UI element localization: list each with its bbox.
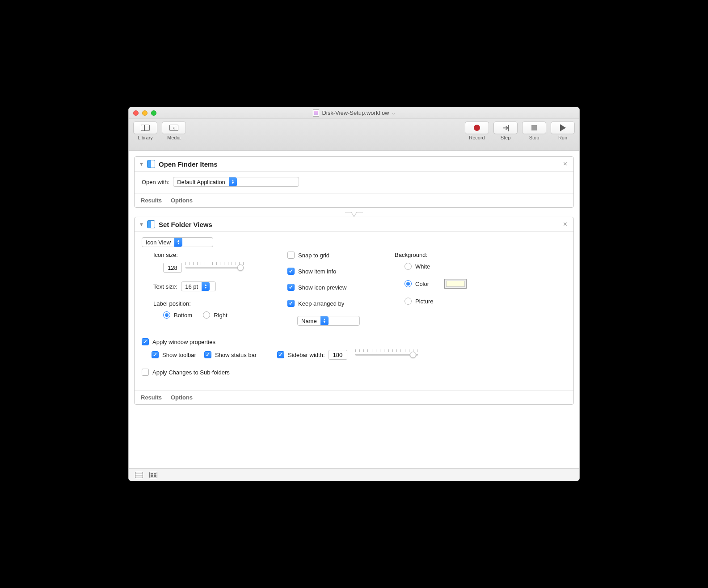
bg-white-label[interactable]: White (415, 263, 430, 270)
variables-view-button[interactable] (149, 472, 157, 478)
icon-size-slider[interactable] (185, 263, 244, 272)
apply-window-props-checkbox[interactable] (142, 338, 149, 345)
label-pos-bottom[interactable]: Bottom (174, 312, 192, 319)
sidebar-width-input[interactable] (329, 350, 347, 360)
library-label: Library (138, 135, 153, 140)
minimize-window-button[interactable] (142, 110, 148, 116)
media-button[interactable]: ♫ (162, 122, 186, 134)
status-bar (129, 468, 579, 481)
show-toolbar-label[interactable]: Show toolbar (162, 352, 196, 358)
text-size-label: Text size: (153, 283, 177, 290)
window-controls (133, 110, 156, 116)
media-label: Media (167, 135, 181, 140)
arrange-by-popup[interactable]: Name ▲▼ (297, 316, 360, 326)
results-tab[interactable]: Results (141, 394, 162, 401)
action-footer: Results Options (135, 193, 573, 207)
text-size-popup[interactable]: 16 pt ▲▼ (181, 281, 216, 291)
keep-arranged-checkbox[interactable] (287, 300, 295, 307)
options-tab[interactable]: Options (171, 394, 193, 401)
close-window-button[interactable] (133, 110, 139, 116)
open-with-popup[interactable]: Default Application ▲▼ (173, 177, 299, 187)
label-pos-right-radio[interactable] (203, 311, 210, 319)
log-view-button[interactable] (135, 472, 143, 478)
disclosure-triangle-icon[interactable]: ▼ (139, 222, 143, 227)
step-label: Step (501, 135, 511, 140)
action-header[interactable]: ▼ Set Folder Views × (135, 217, 573, 232)
step-button[interactable]: ➔| (493, 122, 518, 134)
stop-label: Stop (529, 135, 539, 140)
show-icon-preview-label[interactable]: Show icon preview (298, 284, 346, 291)
remove-action-button[interactable]: × (561, 160, 569, 168)
apply-subfolders-label[interactable]: Apply Changes to Sub-folders (152, 369, 230, 376)
stop-button[interactable] (522, 122, 546, 134)
popup-arrows-icon: ▲▼ (229, 177, 237, 186)
keep-arranged-label[interactable]: Keep arranged by (298, 300, 344, 307)
document-title[interactable]: Disk-View-Setup.workflow ⌵ (313, 109, 395, 117)
color-swatch (446, 281, 465, 287)
action-title: Set Folder Views (159, 221, 212, 228)
open-with-value: Default Application (177, 179, 225, 185)
show-item-info-label[interactable]: Show item info (298, 268, 336, 275)
label-pos-bottom-radio[interactable] (163, 311, 170, 319)
sidebar-width-slider[interactable] (355, 350, 418, 359)
toolbar: Library ♫ Media Record ➔| Step (129, 119, 579, 151)
open-with-label: Open with: (142, 179, 169, 185)
finder-icon (147, 220, 155, 228)
bg-color-radio[interactable] (405, 280, 412, 287)
icon-size-input[interactable] (163, 263, 182, 273)
popup-arrows-icon: ▲▼ (202, 282, 210, 291)
titlebar: Disk-View-Setup.workflow ⌵ (129, 107, 579, 119)
results-tab[interactable]: Results (141, 197, 162, 204)
finder-icon (147, 160, 155, 168)
show-item-info-checkbox[interactable] (287, 268, 295, 275)
slider-thumb[interactable] (410, 352, 416, 358)
stop-icon (531, 125, 537, 130)
app-window: Disk-View-Setup.workflow ⌵ Library ♫ Med… (128, 107, 580, 481)
snap-to-grid-label[interactable]: Snap to grid (298, 252, 329, 259)
apply-subfolders-checkbox[interactable] (142, 369, 149, 376)
step-icon: ➔| (503, 124, 509, 132)
snap-to-grid-checkbox[interactable] (287, 252, 295, 259)
icon-size-label: Icon size: (153, 252, 278, 258)
view-mode-popup[interactable]: Icon View ▲▼ (142, 237, 213, 247)
disclosure-triangle-icon[interactable]: ▼ (139, 161, 143, 167)
arrange-by-value: Name (301, 318, 317, 324)
slider-thumb[interactable] (237, 265, 244, 271)
document-icon (313, 109, 319, 117)
show-toolbar-checkbox[interactable] (152, 351, 159, 358)
text-size-value: 16 pt (185, 283, 198, 290)
bg-picture-radio[interactable] (405, 298, 412, 305)
run-button[interactable] (551, 122, 575, 134)
apply-window-props-label[interactable]: Apply window properties (152, 339, 215, 345)
label-pos-right[interactable]: Right (214, 312, 227, 319)
show-status-bar-checkbox[interactable] (204, 351, 211, 358)
action-title: Open Finder Items (159, 160, 218, 168)
document-title-text: Disk-View-Setup.workflow (322, 109, 389, 116)
library-icon (141, 125, 150, 131)
background-label: Background: (395, 252, 502, 258)
bg-picture-label[interactable]: Picture (415, 298, 433, 305)
media-icon: ♫ (169, 125, 178, 131)
record-icon (474, 125, 480, 131)
run-label: Run (558, 135, 567, 140)
action-open-finder-items: ▼ Open Finder Items × Open with: Default… (134, 156, 574, 208)
action-set-folder-views: ▼ Set Folder Views × Icon View ▲▼ Icon s… (134, 217, 574, 405)
options-tab[interactable]: Options (171, 197, 193, 204)
sidebar-width-label[interactable]: Sidebar width: (288, 352, 324, 358)
remove-action-button[interactable]: × (561, 220, 569, 228)
show-status-bar-label[interactable]: Show status bar (215, 352, 257, 358)
chevron-down-icon: ⌵ (392, 110, 395, 116)
sidebar-width-checkbox[interactable] (277, 351, 284, 358)
show-icon-preview-checkbox[interactable] (287, 284, 295, 291)
play-icon (560, 124, 566, 131)
workflow-canvas[interactable]: ▼ Open Finder Items × Open with: Default… (129, 151, 579, 468)
bg-color-well[interactable] (444, 279, 467, 289)
record-label: Record (469, 135, 485, 140)
bg-color-label[interactable]: Color (415, 281, 429, 287)
popup-arrows-icon: ▲▼ (320, 316, 329, 325)
zoom-window-button[interactable] (151, 110, 156, 116)
library-button[interactable] (133, 122, 157, 134)
action-header[interactable]: ▼ Open Finder Items × (135, 157, 573, 172)
bg-white-radio[interactable] (405, 263, 412, 270)
record-button[interactable] (465, 122, 489, 134)
